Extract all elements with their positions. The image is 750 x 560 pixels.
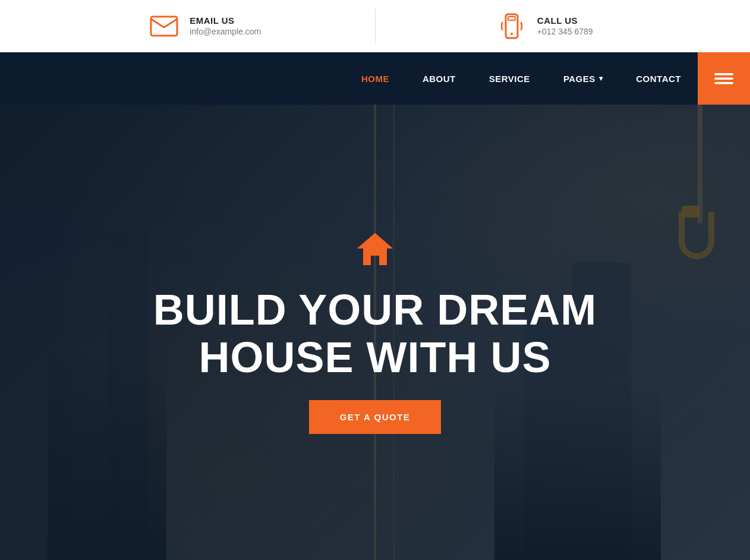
nav-item-pages[interactable]: PAGES xyxy=(547,52,619,105)
hero-house-icon xyxy=(354,231,396,272)
nav-item-service[interactable]: SERVICE xyxy=(472,52,547,105)
email-contact: EMAIL US info@example.com xyxy=(36,11,375,41)
hero-content: BUILD YOUR DREAM HOUSE WITH US GET A QUO… xyxy=(153,231,597,433)
hero-title-line2: HOUSE WITH US xyxy=(198,334,551,381)
email-value: info@example.com xyxy=(190,27,261,36)
hero-section: BUILD YOUR DREAM HOUSE WITH US GET A QUO… xyxy=(0,105,750,560)
phone-text: CALL US +012 345 6789 xyxy=(537,15,593,36)
svg-rect-2 xyxy=(508,17,515,20)
hero-title: BUILD YOUR DREAM HOUSE WITH US xyxy=(153,287,597,380)
nav-item-about[interactable]: ABOUT xyxy=(406,52,472,105)
svg-rect-4 xyxy=(714,73,733,75)
phone-label: CALL US xyxy=(537,15,593,26)
svg-point-3 xyxy=(510,33,513,35)
get-quote-button[interactable]: GET A QUOTE xyxy=(309,400,442,434)
hero-title-line1: BUILD YOUR DREAM xyxy=(153,286,597,334)
email-icon xyxy=(149,11,179,41)
top-bar: EMAIL US info@example.com CALL US +0 xyxy=(0,0,750,52)
nav-item-home[interactable]: HOME xyxy=(345,52,406,105)
hamburger-icon xyxy=(714,69,733,88)
svg-rect-0 xyxy=(151,17,177,36)
phone-contact: CALL US +012 345 6789 xyxy=(376,11,715,41)
navbar: HOME ABOUT SERVICE PAGES CONTACT xyxy=(0,52,750,105)
nav-item-contact[interactable]: CONTACT xyxy=(619,52,698,105)
phone-item: CALL US +012 345 6789 xyxy=(497,11,593,41)
nav-menu-button[interactable] xyxy=(698,52,750,105)
email-text: EMAIL US info@example.com xyxy=(190,15,261,36)
svg-rect-5 xyxy=(714,78,733,80)
svg-marker-8 xyxy=(357,233,393,248)
svg-rect-6 xyxy=(714,82,733,84)
nav-links: HOME ABOUT SERVICE PAGES CONTACT xyxy=(345,52,698,105)
phone-value: +012 345 6789 xyxy=(537,27,593,36)
email-item: EMAIL US info@example.com xyxy=(149,11,261,41)
email-label: EMAIL US xyxy=(190,15,261,26)
phone-icon xyxy=(497,11,527,41)
